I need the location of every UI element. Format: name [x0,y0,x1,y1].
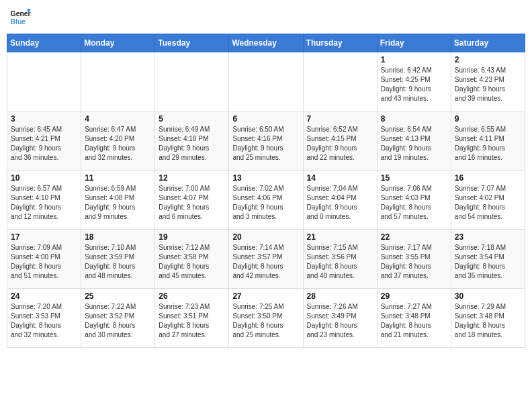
day-cell: 7Sunrise: 6:52 AM Sunset: 4:15 PM Daylig… [303,111,377,171]
day-cell: 16Sunrise: 7:07 AM Sunset: 4:02 PM Dayli… [451,171,525,230]
day-cell: 29Sunrise: 7:27 AM Sunset: 3:48 PM Dayli… [377,289,451,348]
day-info: Sunrise: 6:52 AM Sunset: 4:15 PM Dayligh… [307,125,373,163]
day-cell: 11Sunrise: 6:59 AM Sunset: 4:08 PM Dayli… [81,171,155,230]
day-info: Sunrise: 7:20 AM Sunset: 3:53 PM Dayligh… [11,302,77,340]
day-cell: 1Sunrise: 6:42 AM Sunset: 4:25 PM Daylig… [377,52,451,111]
day-info: Sunrise: 7:12 AM Sunset: 3:58 PM Dayligh… [159,243,225,281]
day-number: 20 [232,232,299,242]
day-info: Sunrise: 7:17 AM Sunset: 3:55 PM Dayligh… [381,243,447,281]
header-sunday: Sunday [7,34,81,52]
day-info: Sunrise: 6:59 AM Sunset: 4:08 PM Dayligh… [85,184,151,222]
day-number: 19 [159,232,225,242]
day-cell: 23Sunrise: 7:18 AM Sunset: 3:54 PM Dayli… [451,230,525,289]
day-number: 5 [159,114,225,124]
day-cell: 10Sunrise: 6:57 AM Sunset: 4:10 PM Dayli… [7,171,81,230]
header-thursday: Thursday [303,34,377,52]
week-row-4: 24Sunrise: 7:20 AM Sunset: 3:53 PM Dayli… [7,289,525,348]
day-cell: 15Sunrise: 7:06 AM Sunset: 4:03 PM Dayli… [377,171,451,230]
day-cell [7,52,81,111]
day-info: Sunrise: 7:29 AM Sunset: 3:48 PM Dayligh… [455,302,521,340]
day-info: Sunrise: 7:15 AM Sunset: 3:56 PM Dayligh… [307,243,373,281]
day-number: 13 [232,173,299,183]
day-number: 26 [159,291,225,301]
day-info: Sunrise: 7:02 AM Sunset: 4:06 PM Dayligh… [232,184,299,222]
day-cell: 27Sunrise: 7:25 AM Sunset: 3:50 PM Dayli… [229,289,303,348]
day-number: 18 [85,232,151,242]
day-info: Sunrise: 7:04 AM Sunset: 4:04 PM Dayligh… [307,184,373,222]
header-tuesday: Tuesday [155,34,229,52]
day-cell: 20Sunrise: 7:14 AM Sunset: 3:57 PM Dayli… [229,230,303,289]
svg-text:Blue: Blue [11,18,26,26]
day-info: Sunrise: 7:10 AM Sunset: 3:59 PM Dayligh… [85,243,151,281]
day-cell: 2Sunrise: 6:43 AM Sunset: 4:23 PM Daylig… [451,52,525,111]
calendar-header: SundayMondayTuesdayWednesdayThursdayFrid… [7,34,525,52]
week-row-2: 10Sunrise: 6:57 AM Sunset: 4:10 PM Dayli… [7,171,525,230]
header-monday: Monday [81,34,155,52]
header-friday: Friday [377,34,451,52]
day-info: Sunrise: 7:22 AM Sunset: 3:52 PM Dayligh… [85,302,151,340]
day-number: 17 [11,232,77,242]
day-cell: 12Sunrise: 7:00 AM Sunset: 4:07 PM Dayli… [155,171,229,230]
day-number: 23 [455,232,521,242]
day-cell [155,52,229,111]
day-cell: 17Sunrise: 7:09 AM Sunset: 4:00 PM Dayli… [7,230,81,289]
day-cell: 5Sunrise: 6:49 AM Sunset: 4:18 PM Daylig… [155,111,229,171]
day-number: 4 [85,114,151,124]
day-info: Sunrise: 6:50 AM Sunset: 4:16 PM Dayligh… [232,125,299,163]
day-number: 3 [11,114,77,124]
week-row-0: 1Sunrise: 6:42 AM Sunset: 4:25 PM Daylig… [7,52,525,111]
day-cell [81,52,155,111]
day-number: 2 [455,55,521,64]
logo-icon: General Blue [9,7,31,28]
svg-text:General: General [11,10,31,17]
day-info: Sunrise: 6:57 AM Sunset: 4:10 PM Dayligh… [11,184,77,222]
day-cell: 6Sunrise: 6:50 AM Sunset: 4:16 PM Daylig… [229,111,303,171]
header-wednesday: Wednesday [229,34,303,52]
day-number: 12 [159,173,225,183]
day-info: Sunrise: 6:42 AM Sunset: 4:25 PM Dayligh… [381,66,447,103]
header-row: SundayMondayTuesdayWednesdayThursdayFrid… [7,34,525,52]
day-number: 30 [455,291,521,301]
day-info: Sunrise: 7:14 AM Sunset: 3:57 PM Dayligh… [232,243,299,281]
day-cell: 19Sunrise: 7:12 AM Sunset: 3:58 PM Dayli… [155,230,229,289]
logo: General Blue [9,7,31,28]
day-cell: 18Sunrise: 7:10 AM Sunset: 3:59 PM Dayli… [81,230,155,289]
day-cell: 14Sunrise: 7:04 AM Sunset: 4:04 PM Dayli… [303,171,377,230]
day-info: Sunrise: 6:43 AM Sunset: 4:23 PM Dayligh… [455,66,521,103]
day-number: 1 [381,55,447,64]
day-cell: 9Sunrise: 6:55 AM Sunset: 4:11 PM Daylig… [451,111,525,171]
day-cell: 26Sunrise: 7:23 AM Sunset: 3:51 PM Dayli… [155,289,229,348]
day-number: 7 [307,114,373,124]
calendar-table: SundayMondayTuesdayWednesdayThursdayFrid… [7,34,525,348]
day-cell: 28Sunrise: 7:26 AM Sunset: 3:49 PM Dayli… [303,289,377,348]
day-info: Sunrise: 7:06 AM Sunset: 4:03 PM Dayligh… [381,184,447,222]
day-info: Sunrise: 6:45 AM Sunset: 4:21 PM Dayligh… [11,125,77,163]
day-number: 28 [307,291,373,301]
day-number: 6 [232,114,299,124]
day-cell: 13Sunrise: 7:02 AM Sunset: 4:06 PM Dayli… [229,171,303,230]
day-number: 15 [381,173,447,183]
day-number: 21 [307,232,373,242]
day-info: Sunrise: 7:27 AM Sunset: 3:48 PM Dayligh… [381,302,447,340]
day-cell: 22Sunrise: 7:17 AM Sunset: 3:55 PM Dayli… [377,230,451,289]
day-cell [229,52,303,111]
day-number: 25 [85,291,151,301]
calendar-body: 1Sunrise: 6:42 AM Sunset: 4:25 PM Daylig… [7,52,525,348]
day-info: Sunrise: 7:23 AM Sunset: 3:51 PM Dayligh… [159,302,225,340]
day-number: 22 [381,232,447,242]
day-info: Sunrise: 6:47 AM Sunset: 4:20 PM Dayligh… [85,125,151,163]
day-info: Sunrise: 7:07 AM Sunset: 4:02 PM Dayligh… [455,184,521,222]
day-cell [303,52,377,111]
day-info: Sunrise: 6:54 AM Sunset: 4:13 PM Dayligh… [381,125,447,163]
week-row-1: 3Sunrise: 6:45 AM Sunset: 4:21 PM Daylig… [7,111,525,171]
day-cell: 24Sunrise: 7:20 AM Sunset: 3:53 PM Dayli… [7,289,81,348]
day-info: Sunrise: 7:26 AM Sunset: 3:49 PM Dayligh… [307,302,373,340]
day-number: 10 [11,173,77,183]
day-cell: 4Sunrise: 6:47 AM Sunset: 4:20 PM Daylig… [81,111,155,171]
day-number: 9 [455,114,521,124]
header-saturday: Saturday [451,34,525,52]
day-number: 27 [232,291,299,301]
day-info: Sunrise: 7:25 AM Sunset: 3:50 PM Dayligh… [232,302,299,340]
day-number: 14 [307,173,373,183]
day-number: 8 [381,114,447,124]
